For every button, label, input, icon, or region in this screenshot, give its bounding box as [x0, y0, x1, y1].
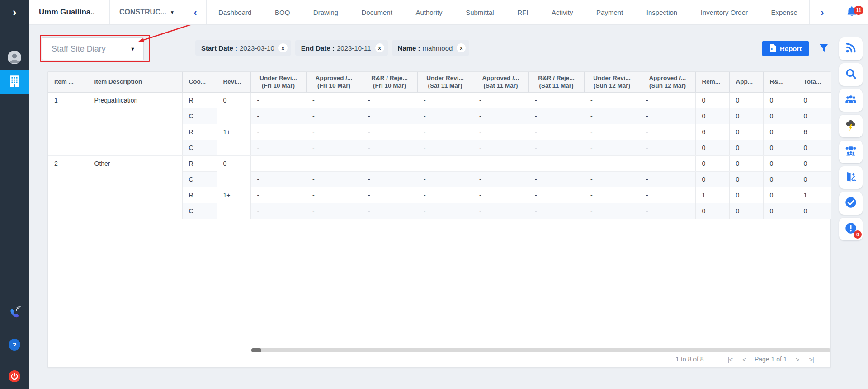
- question-icon: ?: [9, 339, 20, 352]
- company-selector-label: CONSTRUC...: [119, 8, 166, 16]
- date-value-cell: -: [528, 92, 584, 108]
- date-value-cell: -: [306, 203, 362, 219]
- rail-badge: 0: [854, 230, 862, 239]
- sidebar-item-projects[interactable]: [0, 70, 29, 94]
- date-value-cell: -: [640, 203, 695, 219]
- first-page-button[interactable]: |<: [728, 356, 733, 363]
- next-page-button[interactable]: >: [796, 356, 799, 363]
- report-button[interactable]: x Report: [762, 41, 809, 56]
- tab-expense[interactable]: Expense: [771, 9, 797, 16]
- search-icon: [845, 68, 857, 81]
- date-value-cell: -: [250, 187, 306, 203]
- coo-cell: R: [182, 187, 217, 203]
- chip-value: 2023-03-10: [240, 44, 274, 52]
- help-button[interactable]: ?: [0, 339, 29, 352]
- tabs-scroll-right-button[interactable]: ›: [809, 0, 835, 24]
- report-file-icon: x: [769, 44, 776, 53]
- people-button[interactable]: [839, 89, 863, 112]
- date-value-cell: -: [417, 187, 473, 203]
- date-value-cell: -: [250, 124, 306, 140]
- notifications-button[interactable]: 11: [835, 0, 868, 24]
- remaining-cell: 0: [695, 92, 729, 108]
- date-value-cell: -: [417, 140, 473, 155]
- filter-chip-end-date: End Date :2023-10-11x: [295, 40, 388, 56]
- tab-activity[interactable]: Activity: [552, 9, 573, 16]
- chip-close-icon[interactable]: x: [278, 43, 288, 52]
- door-exit-button[interactable]: [839, 166, 863, 189]
- coo-cell: C: [182, 108, 217, 124]
- support-call-button[interactable]: [0, 305, 29, 322]
- date-value-cell: -: [250, 171, 306, 187]
- svg-text:?: ?: [12, 341, 16, 349]
- chip-label: Name :: [398, 44, 420, 52]
- tab-submittal[interactable]: Submittal: [466, 9, 494, 16]
- avatar[interactable]: [8, 51, 21, 64]
- col-header-item: Item ...: [48, 72, 88, 92]
- check-circle-button[interactable]: [839, 192, 863, 215]
- col-header-r-r-reje: R&R / Reje...(Fri 10 Mar): [362, 72, 417, 92]
- date-value-cell: -: [362, 203, 417, 219]
- chip-label: End Date :: [301, 44, 335, 52]
- diary-type-value: Staff Site Diary: [52, 44, 106, 54]
- date-value-cell: -: [640, 124, 695, 140]
- item-no-cell: 1: [48, 92, 88, 155]
- filter-funnel-icon[interactable]: [818, 42, 829, 55]
- remaining-cell: 6: [695, 124, 729, 140]
- date-value-cell: -: [306, 108, 362, 124]
- top-header: Umm Guailina.. CONSTRUC... ▼ ‹ Dashboard…: [29, 0, 868, 25]
- date-value-cell: -: [584, 140, 640, 155]
- col-header-under-revi: Under Revi...(Fri 10 Mar): [250, 72, 306, 92]
- item-description-cell: Other: [88, 155, 182, 219]
- date-value-cell: -: [640, 187, 695, 203]
- tab-document[interactable]: Document: [361, 9, 392, 16]
- tab-bar: DashboardBOQDrawingDocumentAuthoritySubm…: [207, 0, 809, 24]
- sidebar-expand-icon[interactable]: ›: [0, 5, 29, 19]
- date-value-cell: -: [640, 108, 695, 124]
- logout-button[interactable]: [0, 370, 29, 384]
- total-cell: 0: [797, 155, 831, 171]
- company-selector[interactable]: CONSTRUC... ▼: [109, 0, 184, 24]
- meeting-button[interactable]: [839, 141, 863, 163]
- table-row: 1PrequalificationR0--------0000: [48, 92, 831, 108]
- total-cell: 0: [797, 140, 831, 155]
- date-value-cell: -: [250, 108, 306, 124]
- tab-boq[interactable]: BOQ: [275, 9, 290, 16]
- search-button[interactable]: [839, 63, 863, 86]
- revision-cell: 1+: [217, 124, 250, 155]
- tab-drawing[interactable]: Drawing: [313, 9, 338, 16]
- tab-authority[interactable]: Authority: [415, 9, 442, 16]
- storm-button[interactable]: [839, 115, 863, 137]
- revision-cell: 0: [217, 155, 250, 187]
- tab-dashboard[interactable]: Dashboard: [218, 9, 251, 16]
- tabs-scroll-left-button[interactable]: ‹: [184, 0, 207, 24]
- total-cell: 0: [797, 203, 831, 219]
- table-footer: 1 to 8 of 8 |< < Page 1 of 1 > >|: [48, 351, 830, 367]
- tab-payment[interactable]: Payment: [596, 9, 623, 16]
- diary-type-select[interactable]: Staff Site Diary ▼: [42, 37, 144, 60]
- date-value-cell: -: [250, 92, 306, 108]
- total-cell: 0: [797, 92, 831, 108]
- people-icon: [844, 93, 857, 108]
- revision-cell: 1+: [217, 187, 250, 219]
- chip-close-icon[interactable]: x: [375, 43, 384, 52]
- remaining-cell: 0: [695, 108, 729, 124]
- page-indicator: Page 1 of 1: [755, 356, 787, 363]
- date-value-cell: -: [473, 187, 528, 203]
- tab-inspection[interactable]: Inspection: [646, 9, 677, 16]
- date-value-cell: -: [417, 171, 473, 187]
- last-page-button[interactable]: >|: [809, 356, 814, 363]
- tab-inventory-order[interactable]: Inventory Order: [701, 9, 748, 16]
- prev-page-button[interactable]: <: [742, 356, 746, 363]
- date-value-cell: -: [528, 108, 584, 124]
- alert-button[interactable]: 0: [839, 218, 863, 240]
- date-value-cell: -: [250, 203, 306, 219]
- report-button-label: Report: [780, 45, 802, 52]
- date-value-cell: -: [584, 171, 640, 187]
- date-value-cell: -: [306, 92, 362, 108]
- rss-button[interactable]: [839, 37, 863, 60]
- col-header-r-r-reje: R&R / Reje...(Sat 11 Mar): [528, 72, 584, 92]
- chip-close-icon[interactable]: x: [457, 43, 466, 52]
- remaining-cell: 0: [695, 203, 729, 219]
- tab-rfi[interactable]: RFI: [517, 9, 528, 16]
- date-value-cell: -: [640, 155, 695, 171]
